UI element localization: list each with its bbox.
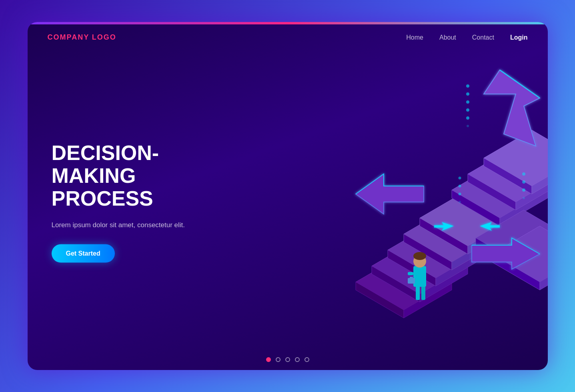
hero-illustration [236,22,548,370]
isometric-svg [236,22,548,370]
svg-rect-49 [416,286,420,300]
slide-dot-4[interactable] [295,357,300,362]
left-arrow [356,174,424,214]
slide-dots [266,357,309,362]
svg-point-48 [459,201,461,203]
slide-dot-2[interactable] [276,357,280,362]
nav-links: Home About Contact Login [406,34,527,41]
hero-title: DECISION-MAKING PROCESS [52,142,220,210]
svg-point-43 [522,188,525,192]
nav-home[interactable]: Home [406,34,423,41]
navbar: COMPANY LOGO Home About Contact Login [28,22,548,53]
svg-point-37 [466,100,469,104]
cta-button[interactable]: Get Started [52,244,115,263]
svg-point-36 [466,92,469,96]
svg-point-46 [458,185,461,188]
nav-contact[interactable]: Contact [472,34,494,41]
svg-point-41 [522,172,525,176]
svg-marker-31 [356,174,424,214]
company-logo: COMPANY LOGO [48,33,116,42]
slide-dot-3[interactable] [285,357,290,362]
hero-description: Lorem ipsum dolor sit amet, consectetur … [52,220,220,230]
svg-point-47 [458,193,461,196]
top-arrow [484,70,540,146]
slide-dot-5[interactable] [305,357,309,362]
hero-content: DECISION-MAKING PROCESS Lorem ipsum dolo… [52,142,220,263]
nav-about[interactable]: About [439,34,456,41]
svg-rect-51 [413,266,426,287]
svg-rect-50 [421,286,425,300]
svg-point-40 [467,125,469,127]
dot-path-center [466,84,469,127]
svg-point-45 [458,177,461,180]
svg-rect-55 [410,277,413,278]
svg-rect-54 [408,278,415,284]
svg-point-42 [522,180,525,184]
svg-point-53 [413,252,426,260]
nav-login[interactable]: Login [510,34,528,41]
main-container: COMPANY LOGO Home About Contact Login DE… [28,22,548,370]
svg-rect-56 [408,272,413,275]
svg-point-39 [466,116,469,120]
svg-point-38 [466,108,469,112]
slide-dot-1[interactable] [266,357,271,362]
svg-point-44 [523,197,525,199]
svg-point-35 [466,84,469,88]
